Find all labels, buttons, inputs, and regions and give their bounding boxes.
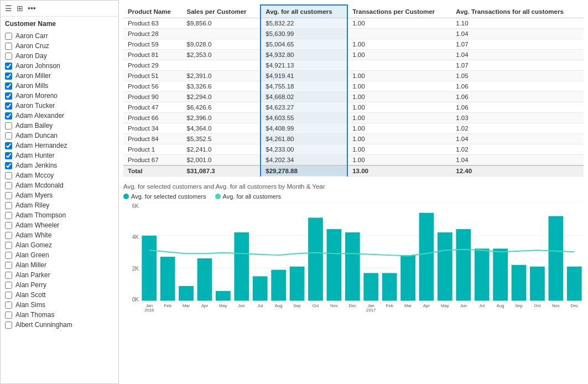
sidebar-checkbox[interactable]	[5, 321, 12, 329]
sidebar-item[interactable]: Adam Myers	[1, 190, 118, 200]
sidebar-item[interactable]: Adam Bailey	[1, 121, 118, 131]
sidebar-item[interactable]: Adam Hernandez	[1, 141, 118, 151]
bar	[345, 232, 360, 301]
sidebar-item[interactable]: Aaron Day	[1, 51, 118, 61]
table-cell: $5,004.65	[261, 39, 347, 50]
sidebar: ☰ ⊞ ••• Customer Name Aaron CarrAaron Cr…	[0, 0, 119, 384]
table-cell: 1.00	[347, 134, 451, 144]
sidebar-checkbox[interactable]	[5, 132, 12, 139]
sidebar-item[interactable]: Adam Alexander	[1, 111, 118, 121]
table-header-cell: Sales per Customer	[183, 5, 261, 18]
sidebar-item[interactable]: Adam Thompson	[1, 210, 118, 220]
menu-icon[interactable]: ☰	[5, 4, 12, 13]
sidebar-checkbox[interactable]	[5, 252, 12, 259]
table-total-cell: 13.00	[347, 165, 451, 177]
x-label: Jul	[257, 303, 263, 308]
sidebar-checkbox[interactable]	[5, 302, 12, 309]
sidebar-checkbox[interactable]	[5, 292, 12, 299]
sidebar-item[interactable]: Alan Gomez	[1, 240, 118, 250]
sidebar-item-label: Alan Sims	[15, 301, 45, 309]
sidebar-item-label: Alan Parker	[15, 271, 50, 279]
sidebar-item[interactable]: Adam Duncan	[1, 131, 118, 141]
table-header-cell: Product Name	[123, 5, 183, 18]
sidebar-checkbox[interactable]	[5, 182, 12, 189]
sidebar-item[interactable]: Aaron Cruz	[1, 41, 118, 51]
sidebar-item[interactable]: Aaron Carr	[1, 31, 118, 41]
sidebar-item[interactable]: Adam White	[1, 230, 118, 240]
sidebar-item[interactable]: Alan Miller	[1, 260, 118, 270]
table-cell: 1.05	[451, 71, 584, 81]
bar	[197, 258, 212, 300]
sidebar-checkbox[interactable]	[5, 72, 12, 80]
sidebar-item[interactable]: Aaron Tucker	[1, 101, 118, 111]
sidebar-checkbox[interactable]	[5, 242, 12, 249]
sidebar-item[interactable]: Alan Parker	[1, 270, 118, 280]
table-icon[interactable]: ⊞	[17, 4, 23, 13]
sidebar-item[interactable]: Aaron Moreno	[1, 91, 118, 101]
sidebar-item[interactable]: Alan Thomas	[1, 310, 118, 320]
sidebar-checkbox[interactable]	[5, 202, 12, 209]
table-header-cell: Avg. Transactions for all customers	[451, 5, 584, 18]
sidebar-item[interactable]: Adam Wheeler	[1, 220, 118, 230]
sidebar-checkbox[interactable]	[5, 272, 12, 279]
sidebar-item[interactable]: Aaron Miller	[1, 71, 118, 81]
sidebar-item[interactable]: Aaron Mills	[1, 81, 118, 91]
sidebar-checkbox[interactable]	[5, 43, 12, 50]
bar	[234, 232, 249, 301]
table-row: Product 1$2,241.0$4,233.001.001.02	[123, 144, 584, 155]
bar	[438, 232, 452, 301]
sidebar-checkbox[interactable]	[5, 212, 12, 219]
bar	[216, 291, 231, 301]
table-cell	[183, 29, 261, 39]
table-row: Product 66$2,396.0$4,603.551.001.03	[123, 113, 584, 123]
sidebar-checkbox[interactable]	[5, 192, 12, 199]
sidebar-item[interactable]: Albert Cunningham	[1, 320, 118, 330]
sidebar-checkbox[interactable]	[5, 102, 12, 110]
sidebar-item[interactable]: Adam Mcdonald	[1, 180, 118, 190]
more-icon[interactable]: •••	[28, 4, 36, 13]
sidebar-item[interactable]: Alan Perry	[1, 280, 118, 290]
sidebar-checkbox[interactable]	[5, 82, 12, 90]
sidebar-item-label: Adam Wheeler	[15, 221, 59, 229]
sidebar-checkbox[interactable]	[5, 33, 12, 40]
sidebar-item[interactable]: Adam Riley	[1, 200, 118, 210]
sidebar-checkbox[interactable]	[5, 232, 12, 239]
sidebar-checkbox[interactable]	[5, 222, 12, 229]
sidebar-item[interactable]: Alan Scott	[1, 290, 118, 300]
sidebar-checkbox[interactable]	[5, 53, 12, 60]
sidebar-item-label: Adam Myers	[15, 191, 53, 199]
sidebar-item[interactable]: Alan Green	[1, 250, 118, 260]
sidebar-checkbox[interactable]	[5, 282, 12, 289]
table-cell: $2,241.0	[183, 144, 261, 155]
sidebar-item[interactable]: Adam Hunter	[1, 151, 118, 160]
table-cell: Product 66	[123, 113, 183, 123]
sidebar-checkbox[interactable]	[5, 63, 12, 70]
bar	[512, 265, 527, 301]
sidebar-item-label: Alan Thomas	[15, 311, 54, 319]
sidebar-title: Customer Name	[1, 17, 118, 30]
bar	[567, 267, 582, 301]
sidebar-checkbox[interactable]	[5, 92, 12, 100]
bar	[382, 273, 397, 300]
chart-legend: Avg. for selected customersAvg. for all …	[123, 193, 584, 200]
sidebar-checkbox[interactable]	[5, 262, 12, 269]
table-cell: 1.07	[451, 39, 584, 50]
sidebar-checkbox[interactable]	[5, 122, 12, 129]
table-row: Product 28$5,630.991.04	[123, 29, 584, 39]
sidebar-checkbox[interactable]	[5, 112, 12, 120]
sidebar-item[interactable]: Aaron Johnson	[1, 61, 118, 71]
sidebar-checkbox[interactable]	[5, 172, 12, 179]
sidebar-item[interactable]: Alan Sims	[1, 300, 118, 310]
table-row: Product 59$9,028.0$5,004.651.001.07	[123, 39, 584, 50]
table-cell: $9,856.0	[183, 18, 261, 29]
bar	[549, 216, 564, 301]
table-cell: 1.00	[347, 39, 451, 50]
sidebar-checkbox[interactable]	[5, 312, 12, 319]
table-cell: Product 81	[123, 50, 183, 60]
sidebar-item[interactable]: Adam Jenkins	[1, 160, 118, 170]
x-label: Nov	[552, 303, 560, 308]
sidebar-checkbox[interactable]	[5, 142, 12, 149]
sidebar-checkbox[interactable]	[5, 152, 12, 159]
sidebar-checkbox[interactable]	[5, 162, 12, 169]
sidebar-item[interactable]: Adam Mccoy	[1, 170, 118, 180]
